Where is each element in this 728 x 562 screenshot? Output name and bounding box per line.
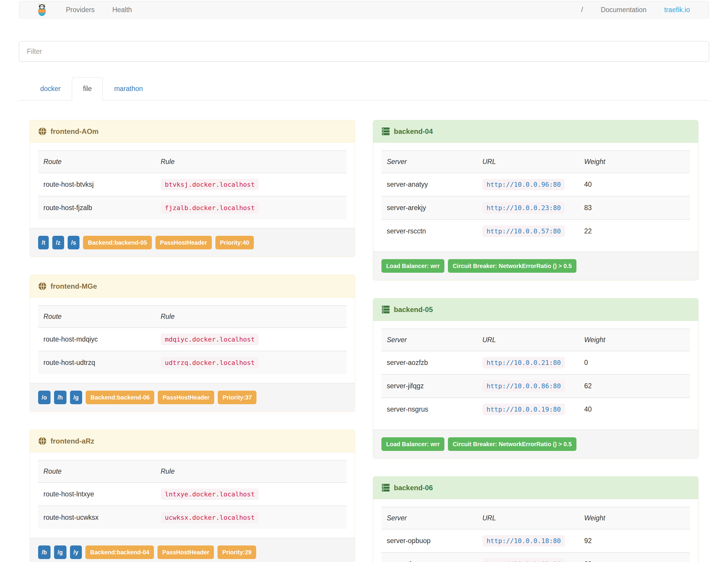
backend-card-header: backend-06: [373, 477, 698, 499]
provider-tabs: docker file marathon: [19, 77, 709, 100]
server-url-link[interactable]: http://10.0.0.96:80: [482, 179, 565, 190]
table-row: route-host-btvksj btvksj.docker.localhos…: [38, 173, 347, 196]
table-row: route-host-udtrzq udtrzq.docker.localhos…: [38, 351, 347, 374]
nav-link-traefik-io[interactable]: traefik.io: [664, 6, 690, 14]
rule-value: ucwksx.docker.localhost: [161, 512, 259, 523]
navbar: Providers Health / Documentation traefik…: [19, 1, 709, 19]
circuit-breaker-label: Circuit Breaker: NetworkErrorRatio () > …: [448, 259, 576, 273]
nav-link-providers[interactable]: Providers: [66, 6, 95, 14]
route-name: route-host-fjzalb: [38, 196, 155, 219]
entrypoint-label: /y: [70, 545, 82, 559]
table-row: server-anatyy http://10.0.0.96:80 40: [381, 173, 690, 196]
table-row: server-opbuop http://10.0.0.18:80 92: [381, 529, 690, 553]
frontend-card-header: frontend-aRz: [30, 430, 355, 452]
globe-icon: [38, 437, 47, 445]
frontend-card-body: Route Rule route-host-mdqiyc mdqiyc.dock…: [30, 298, 355, 383]
server-name: server-nsgrus: [381, 398, 477, 421]
backend-ref-label: Backend:backend-04: [85, 545, 154, 559]
servers-table: Server URL Weight server-anatyy http://1…: [381, 150, 690, 243]
table-row: server-jifqgz http://10.0.0.86:80 62: [381, 374, 690, 398]
table-row: route-host-fjzalb fjzalb.docker.localhos…: [38, 196, 347, 219]
backend-title: backend-05: [394, 306, 433, 314]
server-weight: 22: [579, 220, 690, 243]
table-row: server-tksmvo http://10.0.0.63:80 29: [381, 553, 690, 562]
column-header-route: Route: [38, 306, 155, 328]
priority-label: Priority:29: [217, 545, 256, 559]
column-header-server: Server: [381, 151, 477, 173]
backend-ref-label: Backend:backend-05: [83, 236, 152, 249]
column-header-rule: Rule: [155, 151, 347, 173]
entrypoint-label: /z: [52, 236, 64, 249]
server-url-link[interactable]: http://10.0.0.21:80: [482, 357, 565, 368]
entrypoint-label: /t: [38, 236, 49, 249]
tab-marathon[interactable]: marathon: [103, 77, 154, 100]
server-url-link[interactable]: http://10.0.0.19:80: [482, 404, 565, 415]
globe-icon: [38, 282, 47, 290]
filter-input[interactable]: [19, 41, 709, 62]
route-name: route-host-btvksj: [38, 173, 155, 196]
frontend-card-header: frontend-AOm: [30, 120, 355, 143]
frontend-card-aom: frontend-AOm Route Rule route-host-btvks…: [30, 120, 355, 257]
backend-card-footer: Load Balancer: wrr Circuit Breaker: Netw…: [373, 251, 698, 280]
nav-link-health[interactable]: Health: [112, 6, 132, 14]
table-row: server-rscctn http://10.0.0.57:80 22: [381, 220, 690, 243]
traefik-logo[interactable]: [36, 3, 48, 16]
table-row: route-host-mdqiyc mdqiyc.docker.localhos…: [38, 328, 347, 351]
column-header-server: Server: [381, 329, 477, 351]
server-weight: 29: [579, 553, 690, 562]
backend-card-body: Server URL Weight server-aozfzb http://1…: [373, 321, 698, 430]
column-header-weight: Weight: [579, 507, 690, 529]
backend-title: backend-04: [394, 127, 433, 136]
backend-card-header: backend-05: [373, 298, 698, 321]
nav-link-slash[interactable]: /: [581, 6, 583, 14]
globe-icon: [38, 127, 47, 136]
frontend-title: frontend-AOm: [51, 127, 99, 136]
frontend-card-mge: frontend-MGe Route Rule route-host-mdqiy…: [30, 275, 355, 412]
column-header-url: URL: [477, 329, 579, 351]
tab-file[interactable]: file: [72, 77, 103, 100]
backend-title: backend-06: [394, 484, 433, 492]
frontend-title: frontend-aRz: [51, 437, 94, 445]
frontends-column: frontend-AOm Route Rule route-host-btvks…: [30, 120, 355, 562]
rule-value: btvksj.docker.localhost: [161, 179, 259, 190]
server-weight: 0: [579, 351, 690, 374]
frontend-card-header: frontend-MGe: [30, 275, 355, 298]
tab-docker[interactable]: docker: [29, 77, 72, 100]
frontend-card-footer: /b /g /y Backend:backend-04 PassHostHead…: [30, 538, 355, 562]
server-url-link[interactable]: http://10.0.0.18:80: [482, 535, 565, 547]
entrypoint-label: /s: [68, 236, 80, 249]
route-name: route-host-mdqiyc: [38, 328, 155, 351]
column-header-route: Route: [38, 460, 155, 483]
server-weight: 62: [579, 374, 690, 398]
backend-card-body: Server URL Weight server-opbuop http://1…: [373, 499, 698, 562]
priority-label: Priority:37: [218, 391, 256, 404]
entrypoint-label: /h: [54, 391, 66, 404]
table-header-row: Server URL Weight: [381, 329, 690, 351]
server-url-link[interactable]: http://10.0.0.63:80: [482, 558, 565, 562]
server-url-link[interactable]: http://10.0.0.23:80: [482, 202, 565, 214]
frontend-card-body: Route Rule route-host-btvksj btvksj.dock…: [30, 143, 355, 228]
servers-table: Server URL Weight server-opbuop http://1…: [381, 507, 690, 562]
server-weight: 40: [579, 173, 690, 196]
column-header-url: URL: [477, 151, 579, 173]
nav-link-documentation[interactable]: Documentation: [601, 6, 646, 14]
table-row: server-aozfzb http://10.0.0.21:80 0: [381, 351, 690, 374]
backends-column: backend-04 Server URL Weight server-anat…: [373, 120, 698, 562]
server-name: server-opbuop: [381, 529, 477, 553]
routes-table: Route Rule route-host-lntxye lntxye.dock…: [38, 460, 347, 529]
server-url-link[interactable]: http://10.0.0.57:80: [482, 225, 565, 237]
entrypoint-label: /g: [54, 545, 66, 559]
routes-table: Route Rule route-host-mdqiyc mdqiyc.dock…: [38, 305, 347, 374]
table-header-row: Route Rule: [38, 460, 347, 483]
entrypoint-label: /g: [70, 391, 82, 404]
circuit-breaker-label: Circuit Breaker: NetworkErrorRatio () > …: [448, 437, 576, 451]
server-url-link[interactable]: http://10.0.0.86:80: [482, 380, 565, 392]
rule-value: lntxye.docker.localhost: [161, 488, 259, 500]
backend-card-body: Server URL Weight server-anatyy http://1…: [373, 143, 698, 251]
backend-card-footer: Load Balancer: wrr Circuit Breaker: Netw…: [373, 430, 698, 458]
server-weight: 83: [579, 196, 690, 220]
rule-value: udtrzq.docker.localhost: [161, 357, 259, 368]
frontend-card-body: Route Rule route-host-lntxye lntxye.dock…: [30, 452, 355, 538]
rule-value: fjzalb.docker.localhost: [161, 202, 259, 214]
frontend-title: frontend-MGe: [51, 282, 97, 290]
